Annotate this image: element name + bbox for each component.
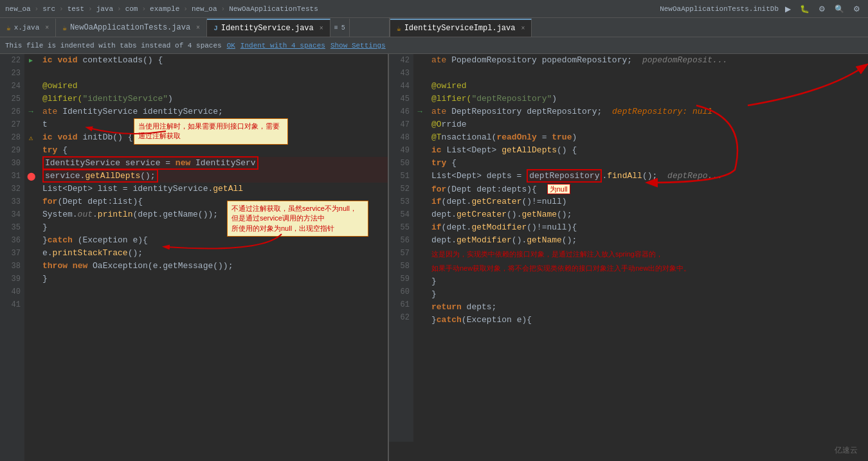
tab-dots[interactable]: ≡ 5: [330, 19, 350, 37]
left-code-area[interactable]: 22 23 24 25 26 27 28 29 30 31 32 33 34 3…: [0, 54, 388, 461]
rln-43: 43: [393, 67, 410, 80]
rcode-42: ate PopedomRepository popedomRepository;…: [431, 54, 868, 67]
left-tab-bar: ☕ x.java × ☕ NewOaApplicationTests.java …: [0, 18, 868, 37]
kw-public-28: ic: [42, 132, 53, 142]
breadcrumb-test[interactable]: test: [68, 5, 84, 13]
sep7: ›: [221, 5, 226, 13]
close-tab-3[interactable]: ×: [320, 25, 323, 32]
breadcrumb-example[interactable]: example: [150, 5, 179, 13]
rcode-46: ate DeptRepository deptRepository; deptR…: [431, 105, 868, 118]
gutter-24: [24, 80, 37, 93]
error-icon-31: ⬤: [27, 172, 35, 181]
rcode-61: return depts;: [431, 301, 868, 314]
sep2: ›: [59, 5, 64, 13]
ann-text-44: owired: [437, 81, 467, 91]
breadcrumb-com[interactable]: com: [125, 5, 138, 13]
rln-48: 48: [393, 131, 410, 144]
tab-identity-service[interactable]: J IdentityService.java ×: [207, 19, 330, 37]
tab-newoa-tests[interactable]: ☕ NewOaApplicationTests.java ×: [56, 19, 207, 37]
code-line-25: @lifier("identityService"): [42, 93, 388, 105]
show-settings-link[interactable]: Show Settings: [330, 42, 386, 50]
kw-try-50: try: [431, 158, 446, 168]
code-line-40: [42, 285, 388, 298]
gutter-33: [24, 195, 37, 208]
right-code-area[interactable]: 42 43 44 45 46 47 48 49 50 51 52 53 54 5…: [389, 54, 868, 442]
notification-text: This file is indented with tabs instead …: [5, 42, 222, 50]
rcode-57: 这是因为，实现类中依赖的接口对象，是通过注解注入放入spring容器的，: [431, 247, 868, 261]
code-line-32: List<Dept> list = identityService.getAll: [42, 183, 388, 195]
rgutter-62: [413, 311, 426, 324]
rcode-62: }catch(Exception e){: [431, 314, 868, 327]
code-line-41: [42, 298, 388, 311]
run-config-label: NewOaApplicationTests.initDb: [660, 5, 779, 13]
rln-50: 50: [393, 157, 410, 170]
right-tab-label: IdentityServiceImpl.java: [404, 24, 516, 33]
method-getmodifier2: getModifier: [457, 235, 512, 245]
code-line-24: @owired: [42, 80, 388, 93]
code-line-30: IdentityService service = new IdentitySe…: [42, 157, 388, 170]
close-tab-2[interactable]: ×: [196, 24, 200, 32]
kw-new-38: new: [73, 261, 87, 271]
str-dept: "deptRepository": [471, 94, 552, 104]
search-button[interactable]: 🔍: [832, 3, 847, 15]
warning-icon-28: ⚠: [29, 134, 33, 142]
breadcrumb-src[interactable]: src: [42, 5, 55, 13]
debug-button[interactable]: 🐛: [797, 3, 812, 15]
ann-auto-44: @: [431, 81, 437, 91]
rln-49: 49: [393, 144, 410, 157]
rgutter-44: [413, 80, 426, 93]
gutter-30: [24, 157, 37, 170]
editor-container: 22 23 24 25 26 27 28 29 30 31 32 33 34 3…: [0, 54, 868, 461]
ann-text-24: owired: [48, 81, 78, 91]
arrow-icon-r46: →: [417, 107, 422, 116]
rln-56: 56: [393, 234, 410, 247]
sep4: ›: [117, 5, 122, 13]
kw-return: return: [431, 302, 462, 312]
close-right-tab[interactable]: ×: [521, 25, 525, 32]
watermark: 亿速云: [835, 445, 858, 456]
ln-39: 39: [4, 273, 21, 285]
rgutter-54: [413, 208, 426, 221]
run-button[interactable]: ▶: [782, 3, 793, 15]
rgutter-56: [413, 234, 426, 247]
tab-xjava[interactable]: ☕ x.java ×: [0, 19, 56, 37]
ln-29: 29: [4, 144, 21, 157]
tab-newoa-label: NewOaApplicationTests.java: [70, 23, 190, 32]
ln-38: 38: [4, 260, 21, 273]
gutter-23: [24, 67, 37, 80]
method-getalldepts: getAllDepts: [502, 145, 557, 155]
rcode-53: if(dept.getCreater()!=null): [431, 195, 868, 208]
rln-46: 46: [393, 105, 410, 118]
rln-47: 47: [393, 118, 410, 131]
breadcrumb-java[interactable]: java: [96, 5, 113, 13]
breadcrumb-new-oa2[interactable]: new_oa: [192, 5, 217, 13]
rgutter-60: [413, 285, 426, 298]
settings-button[interactable]: ⚙: [851, 3, 863, 15]
ann-override: @O: [431, 120, 442, 129]
code-line-39: }: [42, 273, 388, 285]
gutter-22: ▶: [24, 54, 37, 67]
rln-61: 61: [393, 298, 410, 311]
right-line-numbers: 42 43 44 45 46 47 48 49 50 51 52 53 54 5…: [389, 54, 413, 442]
kw-private: ate: [42, 107, 57, 116]
run-icon-22: ▶: [29, 57, 33, 64]
rln-44: 44: [393, 80, 410, 93]
method-println: println: [98, 210, 133, 219]
rgutter-49: [413, 144, 426, 157]
close-tab-1[interactable]: ×: [45, 24, 49, 32]
method-getname-56: getName: [527, 235, 562, 245]
ln-30: 30: [4, 157, 21, 170]
breadcrumb-tests[interactable]: NewOaApplicationTests: [229, 5, 318, 13]
indent-button[interactable]: Indent with 4 spaces: [240, 42, 325, 50]
highlight-line-30: IdentityService service = new IdentitySe…: [42, 156, 258, 170]
ann-text-25: lifier(: [48, 94, 83, 104]
rgutter-53: [413, 195, 426, 208]
rln-59: 59: [393, 273, 410, 285]
ok-button[interactable]: OK: [227, 42, 235, 50]
breadcrumb-new-oa[interactable]: new_oa: [5, 5, 31, 13]
method-getall: getAllDepts: [85, 171, 140, 181]
rgutter-50: [413, 157, 426, 170]
ln-23: 23: [4, 67, 21, 80]
more-button[interactable]: ⚙: [816, 3, 828, 15]
right-tab-impl[interactable]: ☕ IdentityServiceImpl.java ×: [390, 19, 532, 37]
